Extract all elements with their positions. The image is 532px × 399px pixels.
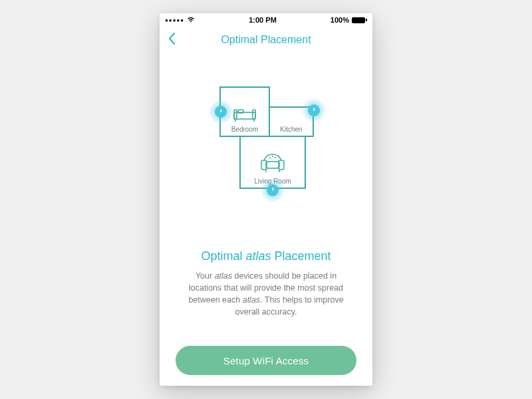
beacon-icon bbox=[261, 178, 285, 202]
svg-point-9 bbox=[269, 157, 271, 158]
section-heading: Optimal atlas Placement bbox=[201, 249, 331, 263]
heading-em: atlas bbox=[245, 249, 271, 263]
setup-wifi-button[interactable]: Setup WiFi Access bbox=[176, 346, 356, 375]
svg-rect-3 bbox=[238, 110, 243, 113]
svg-point-11 bbox=[272, 156, 273, 157]
content-area: Bedroom Kitchen Living Room bbox=[160, 53, 372, 386]
nav-title: Optimal Placement bbox=[221, 34, 311, 46]
status-right: 100% bbox=[331, 16, 367, 24]
signal-dots-icon: ●●●●● bbox=[165, 17, 184, 23]
status-left: ●●●●● bbox=[165, 16, 195, 24]
body-em: atlas bbox=[215, 271, 232, 281]
heading-text: Optimal bbox=[201, 249, 245, 263]
svg-rect-0 bbox=[234, 112, 255, 119]
wifi-icon bbox=[187, 16, 195, 24]
battery-percent: 100% bbox=[331, 16, 349, 24]
heading-text: Placement bbox=[271, 249, 331, 263]
status-time: 1:00 PM bbox=[249, 16, 277, 24]
svg-rect-2 bbox=[253, 110, 255, 119]
svg-rect-6 bbox=[266, 162, 279, 168]
room-label: Kitchen bbox=[280, 126, 302, 133]
status-bar: ●●●●● 1:00 PM 100% bbox=[160, 13, 372, 27]
body-text: Your atlas devices should be placed in l… bbox=[180, 270, 352, 319]
room-label: Bedroom bbox=[231, 126, 259, 133]
bed-icon bbox=[233, 107, 256, 123]
body-em: atlas bbox=[243, 295, 260, 305]
phone-frame: ●●●●● 1:00 PM 100% Optimal Placement bbox=[160, 13, 372, 386]
beacon-icon bbox=[209, 100, 233, 124]
svg-rect-1 bbox=[234, 110, 237, 119]
svg-point-10 bbox=[275, 157, 276, 158]
floorplan-diagram: Bedroom Kitchen Living Room bbox=[200, 86, 332, 203]
back-button[interactable] bbox=[168, 32, 176, 48]
beacon-icon bbox=[302, 98, 326, 122]
sofa-icon bbox=[259, 152, 286, 175]
nav-header: Optimal Placement bbox=[160, 27, 372, 53]
body-span: Your bbox=[196, 271, 215, 281]
battery-icon bbox=[352, 17, 367, 23]
